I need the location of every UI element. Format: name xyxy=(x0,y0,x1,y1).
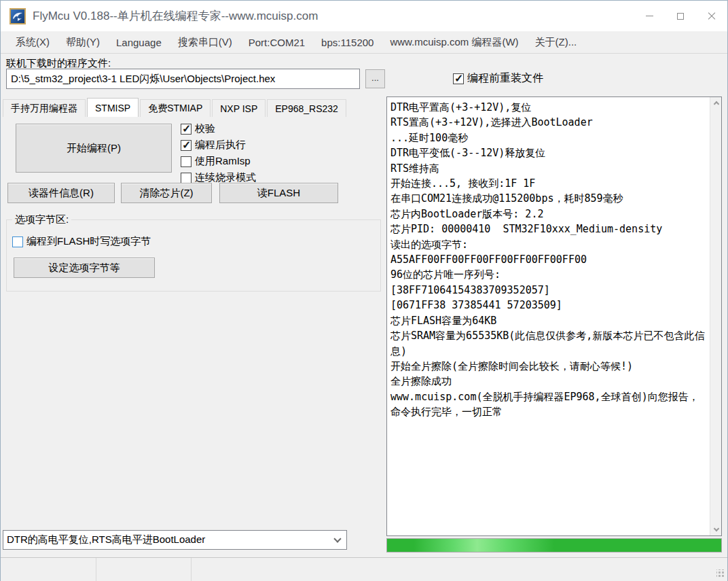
menu-search-port[interactable]: 搜索串口(V) xyxy=(170,36,240,49)
erase-chip-button[interactable]: 清除芯片(Z) xyxy=(121,183,212,203)
reload-before-program-checkbox[interactable] xyxy=(453,73,464,84)
menubar: 系统(X) 帮助(Y) Language 搜索串口(V) Port:COM21 … xyxy=(1,31,727,54)
start-program-button[interactable]: 开始编程(P) xyxy=(16,124,172,173)
scroll-up-button[interactable] xyxy=(710,97,722,109)
titlebar: FlyMcu V0.188--单片机在线编程专家--www.mcuisp.com xyxy=(1,1,727,31)
reset-mode-value: DTR的高电平复位,RTS高电平进BootLoader xyxy=(3,533,329,546)
tab-stmisp[interactable]: STMISP xyxy=(87,98,139,117)
log-text: DTR电平置高(+3-+12V),复位 RTS置高(+3-+12V),选择进入B… xyxy=(387,97,710,535)
option-bytes-group-title: 选项字节区: xyxy=(12,213,71,226)
flymcu-logo-icon xyxy=(10,8,26,24)
close-icon xyxy=(708,12,716,20)
statusbar xyxy=(1,557,727,581)
menu-help[interactable]: 帮助(Y) xyxy=(58,36,108,49)
read-flash-button[interactable]: 读FLASH xyxy=(219,183,338,203)
reload-before-program-option[interactable]: 编程前重装文件 xyxy=(453,71,543,86)
minimize-button[interactable] xyxy=(634,1,665,31)
window-title: FlyMcu V0.188--单片机在线编程专家--www.mcuisp.com xyxy=(33,8,318,24)
menu-bps[interactable]: bps:115200 xyxy=(313,37,382,48)
program-options: 校验 编程后执行 使用RamIsp 连续烧录模式 xyxy=(181,122,256,184)
chevron-down-icon xyxy=(333,535,341,542)
window-controls xyxy=(634,1,727,31)
tabbar: 手持万用编程器 STMISP 免费STMIAP NXP ISP EP968_RS… xyxy=(3,98,348,117)
progress-bar xyxy=(386,538,722,552)
progress-bar-fill xyxy=(387,539,721,552)
minimize-icon xyxy=(646,16,653,16)
read-device-info-button[interactable]: 读器件信息(R) xyxy=(7,183,115,203)
option-verify[interactable]: 校验 xyxy=(181,122,256,135)
flymcu-window: FlyMcu V0.188--单片机在线编程专家--www.mcuisp.com… xyxy=(0,0,728,581)
option-run-after-program[interactable]: 编程后执行 xyxy=(181,139,256,152)
dropdown-button[interactable] xyxy=(329,531,346,549)
chevron-up-icon xyxy=(713,101,718,107)
option-use-ramisp[interactable]: 使用RamIsp xyxy=(181,155,256,168)
run-after-program-checkbox[interactable] xyxy=(181,140,192,151)
log-scrollbar[interactable] xyxy=(710,97,721,535)
menu-about[interactable]: 关于(Z)... xyxy=(527,36,585,49)
scroll-down-button[interactable] xyxy=(710,524,722,535)
browse-file-button[interactable]: ... xyxy=(365,69,385,88)
close-button[interactable] xyxy=(696,1,727,31)
menu-port[interactable]: Port:COM21 xyxy=(240,37,313,48)
program-file-input[interactable] xyxy=(6,69,360,89)
option-bytes-group: 选项字节区: 编程到FLASH时写选项字节 设定选项字节等 xyxy=(6,219,381,292)
menu-programmer[interactable]: www.mcuisp.com 编程器(W) xyxy=(382,36,526,49)
set-option-bytes-button[interactable]: 设定选项字节等 xyxy=(14,258,155,278)
menu-language[interactable]: Language xyxy=(108,37,170,48)
write-option-bytes-checkbox[interactable] xyxy=(12,236,23,247)
continuous-burn-checkbox[interactable] xyxy=(181,173,192,183)
reset-mode-dropdown[interactable]: DTR的高电平复位,RTS高电平进BootLoader xyxy=(3,530,347,550)
status-cell-1 xyxy=(1,558,96,581)
maximize-button[interactable] xyxy=(665,1,696,31)
log-panel[interactable]: DTR电平置高(+3-+12V),复位 RTS置高(+3-+12V),选择进入B… xyxy=(386,96,722,536)
resize-grip[interactable] xyxy=(716,569,725,578)
maximize-icon xyxy=(677,13,684,20)
use-ramisp-checkbox[interactable] xyxy=(181,156,192,167)
tab-handheld-programmer[interactable]: 手持万用编程器 xyxy=(3,99,86,117)
chevron-down-icon xyxy=(713,526,718,531)
tab-nxp-isp[interactable]: NXP ISP xyxy=(212,99,266,117)
tab-ep968-rs232[interactable]: EP968_RS232 xyxy=(267,99,346,117)
verify-checkbox[interactable] xyxy=(181,124,192,135)
tab-free-stmiap[interactable]: 免费STMIAP xyxy=(140,99,211,117)
write-option-bytes-option[interactable]: 编程到FLASH时写选项字节 xyxy=(12,235,151,248)
reload-before-program-label: 编程前重装文件 xyxy=(467,71,543,86)
status-cell-2 xyxy=(96,558,192,581)
status-cell-3 xyxy=(192,558,727,581)
menu-system[interactable]: 系统(X) xyxy=(7,36,58,49)
